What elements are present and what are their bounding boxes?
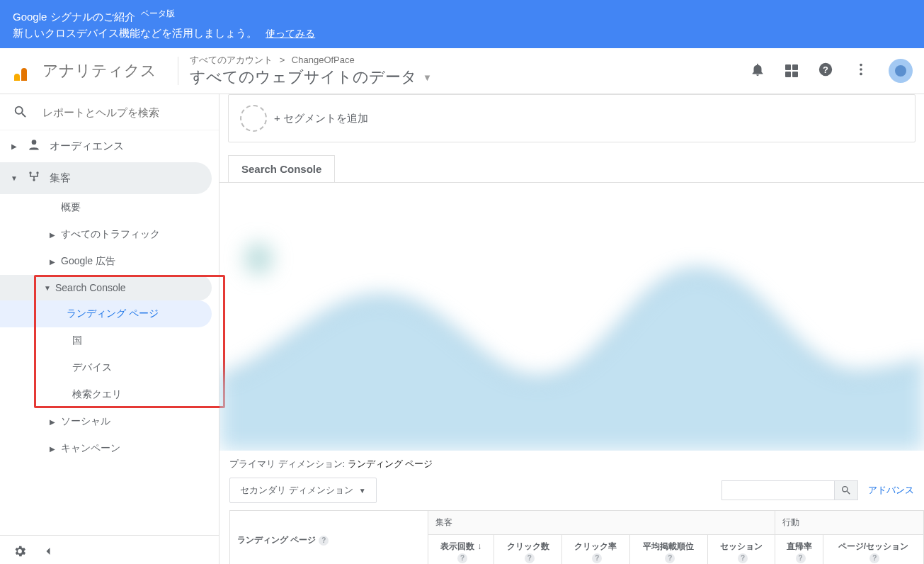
person-icon [25,137,42,155]
primary-dimension-label: プライマリ ディメンション: [229,458,345,469]
nav-acquisition[interactable]: ▼ 集客 [0,162,212,194]
report-table: ランディング ページ? 集客 行動 表示回数↓? クリック数? クリック率? 平… [229,510,924,564]
chevron-down-icon: ▼ [44,284,51,292]
sidebar-search[interactable] [0,94,219,130]
col-ctr[interactable]: クリック率? [562,535,630,565]
subnav-overview[interactable]: 概要 [55,194,219,221]
col-avg-position[interactable]: 平均掲載順位? [629,535,707,565]
advanced-filter-link[interactable]: アドバンス [868,484,914,497]
col-sessions[interactable]: セッション? [707,535,775,565]
sc-item-landing-pages[interactable]: ランディング ページ [0,300,212,327]
svg-point-2 [860,63,862,66]
sc-item-queries[interactable]: 検索クエリ [67,381,219,408]
caret-down-icon: ▼ [359,487,366,495]
apps-grid-icon[interactable] [785,64,798,77]
breadcrumb[interactable]: すべてのアカウント > ChangeOfPace [190,54,432,67]
help-icon[interactable]: ? [319,536,329,546]
svg-text:?: ? [823,64,828,74]
col-pages-per-session[interactable]: ページ/セッション? [823,535,923,565]
view-title[interactable]: すべてのウェブサイトのデータ [190,67,417,88]
col-impressions[interactable]: 表示回数↓? [428,535,494,565]
col-group-acquisition: 集客 [428,511,775,535]
subnav-search-console[interactable]: ▼Search Console [0,275,212,300]
chevron-right-icon: ▶ [50,418,55,426]
add-segment-label: + セグメントを追加 [274,112,368,125]
segment-selector[interactable]: + セグメントを追加 [228,94,916,142]
breadcrumb-project[interactable]: ChangeOfPace [292,55,355,65]
analytics-logo-icon [14,61,34,81]
col-bounce-rate[interactable]: 直帰率? [775,535,823,565]
help-icon[interactable]: ? [592,553,602,563]
nav-label: オーディエンス [50,140,124,153]
primary-dimension-row: プライマリ ディメンション: ランディング ページ [229,458,914,470]
main-content: + セグメントを追加 Search Console プライマリ ディメンション:… [219,94,924,564]
subnav-all-traffic[interactable]: ▶すべてのトラフィック [55,221,219,248]
chevron-down-icon: ▼ [10,174,18,182]
collapse-sidebar-icon[interactable] [41,544,55,561]
breadcrumb-all-accounts[interactable]: すべてのアカウント [190,55,273,65]
table-search-input[interactable] [721,480,835,500]
col-clicks[interactable]: クリック数? [494,535,562,565]
account-avatar[interactable] [889,59,913,83]
help-icon[interactable]: ? [525,553,535,563]
svg-point-7 [36,171,38,174]
svg-point-5 [32,140,37,145]
divider [178,57,178,85]
product-name: アナリティクス [42,60,156,81]
subnav-social[interactable]: ▶ソーシャル [55,408,219,435]
subnav-google-ads[interactable]: ▶Google 広告 [55,248,219,275]
sort-down-icon: ↓ [477,541,481,551]
caret-down-icon[interactable]: ▼ [423,72,432,83]
table-search-button[interactable] [835,480,858,500]
chevron-right-icon: ▶ [50,258,55,266]
app-header: アナリティクス すべてのアカウント > ChangeOfPace すべてのウェブ… [0,48,924,94]
chart-area [219,182,924,451]
acquisition-icon [25,169,42,187]
search-input[interactable] [42,106,170,118]
more-vert-icon[interactable] [853,62,869,81]
nav-audience[interactable]: ▶ オーディエンス [0,130,219,162]
admin-gear-icon[interactable] [13,544,27,561]
help-icon[interactable]: ? [869,553,879,563]
svg-point-3 [860,68,862,71]
subnav-campaigns[interactable]: ▶キャンペーン [55,435,219,462]
banner-subtitle: 新しいクロスデバイス機能などを活用しましょう。 [13,27,257,39]
sc-item-devices[interactable]: デバイス [67,354,219,381]
tab-search-console[interactable]: Search Console [228,155,335,182]
banner-title: Google シグナルのご紹介 [13,11,135,23]
help-icon[interactable]: ? [457,553,467,563]
chevron-right-icon: ▶ [50,445,55,453]
chevron-right-icon: ▶ [10,142,18,150]
help-icon[interactable]: ? [665,553,675,563]
notifications-icon[interactable] [750,62,765,81]
banner-beta-badge: ベータ版 [141,9,175,18]
svg-point-9 [244,242,273,274]
help-icon[interactable]: ? [738,553,748,563]
svg-point-4 [860,72,862,75]
help-icon[interactable]: ? [796,553,806,563]
nav-label: 集客 [50,171,71,185]
col-group-behavior: 行動 [775,511,924,535]
promo-banner: Google シグナルのご紹介 ベータ版 新しいクロスデバイス機能などを活用しま… [0,0,924,48]
help-icon[interactable]: ? [818,62,833,81]
secondary-dimension-dropdown[interactable]: セカンダリ ディメンション ▼ [229,478,377,503]
banner-cta-link[interactable]: 使ってみる [266,28,315,39]
svg-point-6 [29,171,31,174]
left-sidebar: ▶ オーディエンス ▼ 集客 概要 ▶すべてのトラフィック ▶Google 広告 [0,94,219,564]
primary-dimension-value[interactable]: ランディング ページ [348,458,433,469]
add-segment-circle-icon [240,105,267,132]
col-landing-page[interactable]: ランディング ページ? [230,511,428,565]
svg-point-8 [33,179,35,181]
sc-item-countries[interactable]: 国 [67,327,219,354]
chevron-right-icon: ▶ [50,231,55,239]
